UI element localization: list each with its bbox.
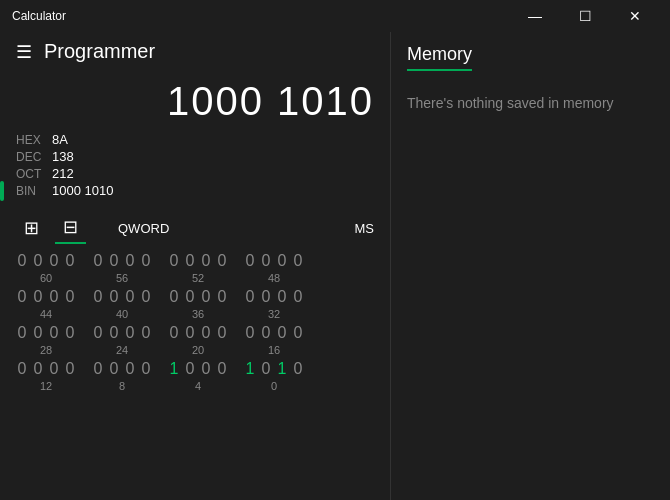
bit-12[interactable]: 0 bbox=[64, 360, 76, 378]
bit-row-2: 0 0 0 0 28 0 0 0 0 bbox=[16, 324, 374, 356]
bit-49[interactable]: 0 bbox=[276, 252, 288, 270]
bit-48[interactable]: 0 bbox=[292, 252, 304, 270]
bit-pos-36: 36 bbox=[192, 308, 204, 320]
bit-grid: 0 0 0 0 60 0 0 0 0 bbox=[16, 252, 374, 396]
maximize-button[interactable]: ☐ bbox=[562, 0, 608, 32]
bit-group-28: 0 0 0 0 28 bbox=[16, 324, 76, 356]
bit-45[interactable]: 0 bbox=[48, 288, 60, 306]
bit-63[interactable]: 0 bbox=[16, 252, 28, 270]
bit-39[interactable]: 0 bbox=[168, 288, 180, 306]
bit-53[interactable]: 0 bbox=[200, 252, 212, 270]
bit-34[interactable]: 0 bbox=[260, 288, 272, 306]
bit-44[interactable]: 0 bbox=[64, 288, 76, 306]
bit-13[interactable]: 0 bbox=[48, 360, 60, 378]
title-bar: Calculator — ☐ ✕ bbox=[0, 0, 670, 32]
bit-36[interactable]: 0 bbox=[216, 288, 228, 306]
bit-group-0: 1 0 1 0 0 bbox=[244, 360, 304, 392]
bit-24[interactable]: 0 bbox=[140, 324, 152, 342]
bit-54[interactable]: 0 bbox=[184, 252, 196, 270]
bit-32[interactable]: 0 bbox=[292, 288, 304, 306]
bit-35[interactable]: 0 bbox=[244, 288, 256, 306]
bit-15[interactable]: 0 bbox=[16, 360, 28, 378]
bit-50[interactable]: 0 bbox=[260, 252, 272, 270]
bin-active-indicator bbox=[0, 181, 4, 201]
bit-23[interactable]: 0 bbox=[168, 324, 180, 342]
bit-61[interactable]: 0 bbox=[48, 252, 60, 270]
bit-1[interactable]: 1 bbox=[276, 360, 288, 378]
hex-row: HEX 8A bbox=[16, 132, 374, 147]
right-panel: Memory There's nothing saved in memory bbox=[390, 32, 670, 500]
bit-33[interactable]: 0 bbox=[276, 288, 288, 306]
bit-8[interactable]: 0 bbox=[140, 360, 152, 378]
bit-14[interactable]: 0 bbox=[32, 360, 44, 378]
bit-31[interactable]: 0 bbox=[16, 324, 28, 342]
bit-digits-56: 0 0 0 0 bbox=[92, 252, 152, 270]
bit-30[interactable]: 0 bbox=[32, 324, 44, 342]
bit-pos-52: 52 bbox=[192, 272, 204, 284]
bit-55[interactable]: 0 bbox=[168, 252, 180, 270]
bit-pos-28: 28 bbox=[40, 344, 52, 356]
bit-group-56: 0 0 0 0 56 bbox=[92, 252, 152, 284]
oct-value: 212 bbox=[52, 166, 74, 181]
bit-row-0: 0 0 0 0 60 0 0 0 0 bbox=[16, 252, 374, 284]
bit-40[interactable]: 0 bbox=[140, 288, 152, 306]
bit-19[interactable]: 0 bbox=[244, 324, 256, 342]
left-panel: ☰ Programmer 1000 1010 HEX 8A DEC 138 OC… bbox=[0, 32, 390, 500]
bin-row: BIN 1000 1010 bbox=[16, 183, 374, 198]
bit-controls: ⊞ ⊟ QWORD MS bbox=[16, 212, 374, 244]
bit-52[interactable]: 0 bbox=[216, 252, 228, 270]
bit-17[interactable]: 0 bbox=[276, 324, 288, 342]
bit-2[interactable]: 0 bbox=[260, 360, 272, 378]
bit-6[interactable]: 0 bbox=[184, 360, 196, 378]
close-button[interactable]: ✕ bbox=[612, 0, 658, 32]
bit-22[interactable]: 0 bbox=[184, 324, 196, 342]
grid-view-button[interactable]: ⊞ bbox=[16, 213, 47, 243]
bit-46[interactable]: 0 bbox=[32, 288, 44, 306]
bit-pos-60: 60 bbox=[40, 272, 52, 284]
group-view-button[interactable]: ⊟ bbox=[55, 212, 86, 244]
bit-42[interactable]: 0 bbox=[108, 288, 120, 306]
bit-58[interactable]: 0 bbox=[108, 252, 120, 270]
bit-group-16: 0 0 0 0 16 bbox=[244, 324, 304, 356]
bit-38[interactable]: 0 bbox=[184, 288, 196, 306]
bit-group-12: 0 0 0 0 12 bbox=[16, 360, 76, 392]
bit-29[interactable]: 0 bbox=[48, 324, 60, 342]
bit-group-4: 1 0 0 0 4 bbox=[168, 360, 228, 392]
bit-27[interactable]: 0 bbox=[92, 324, 104, 342]
bit-7[interactable]: 1 bbox=[168, 360, 180, 378]
bit-21[interactable]: 0 bbox=[200, 324, 212, 342]
bit-59[interactable]: 0 bbox=[92, 252, 104, 270]
bit-60[interactable]: 0 bbox=[64, 252, 76, 270]
bit-28[interactable]: 0 bbox=[64, 324, 76, 342]
bit-5[interactable]: 0 bbox=[200, 360, 212, 378]
app-name: Calculator bbox=[12, 9, 66, 23]
bit-digits-52: 0 0 0 0 bbox=[168, 252, 228, 270]
dec-label: DEC bbox=[16, 150, 52, 164]
bit-20[interactable]: 0 bbox=[216, 324, 228, 342]
hamburger-menu[interactable]: ☰ bbox=[16, 41, 32, 63]
bit-16[interactable]: 0 bbox=[292, 324, 304, 342]
minimize-button[interactable]: — bbox=[512, 0, 558, 32]
bit-56[interactable]: 0 bbox=[140, 252, 152, 270]
bit-4[interactable]: 0 bbox=[216, 360, 228, 378]
bit-digits-60: 0 0 0 0 bbox=[16, 252, 76, 270]
bit-62[interactable]: 0 bbox=[32, 252, 44, 270]
bit-10[interactable]: 0 bbox=[108, 360, 120, 378]
bit-9[interactable]: 0 bbox=[124, 360, 136, 378]
bit-pos-12: 12 bbox=[40, 380, 52, 392]
bit-25[interactable]: 0 bbox=[124, 324, 136, 342]
bit-57[interactable]: 0 bbox=[124, 252, 136, 270]
bit-51[interactable]: 0 bbox=[244, 252, 256, 270]
bit-11[interactable]: 0 bbox=[92, 360, 104, 378]
bit-0[interactable]: 0 bbox=[292, 360, 304, 378]
bit-3[interactable]: 1 bbox=[244, 360, 256, 378]
app-container: ☰ Programmer 1000 1010 HEX 8A DEC 138 OC… bbox=[0, 32, 670, 500]
bit-26[interactable]: 0 bbox=[108, 324, 120, 342]
bit-18[interactable]: 0 bbox=[260, 324, 272, 342]
bit-37[interactable]: 0 bbox=[200, 288, 212, 306]
app-header: ☰ Programmer bbox=[0, 32, 390, 71]
bit-41[interactable]: 0 bbox=[124, 288, 136, 306]
bit-43[interactable]: 0 bbox=[92, 288, 104, 306]
bit-47[interactable]: 0 bbox=[16, 288, 28, 306]
bit-digits-48: 0 0 0 0 bbox=[244, 252, 304, 270]
